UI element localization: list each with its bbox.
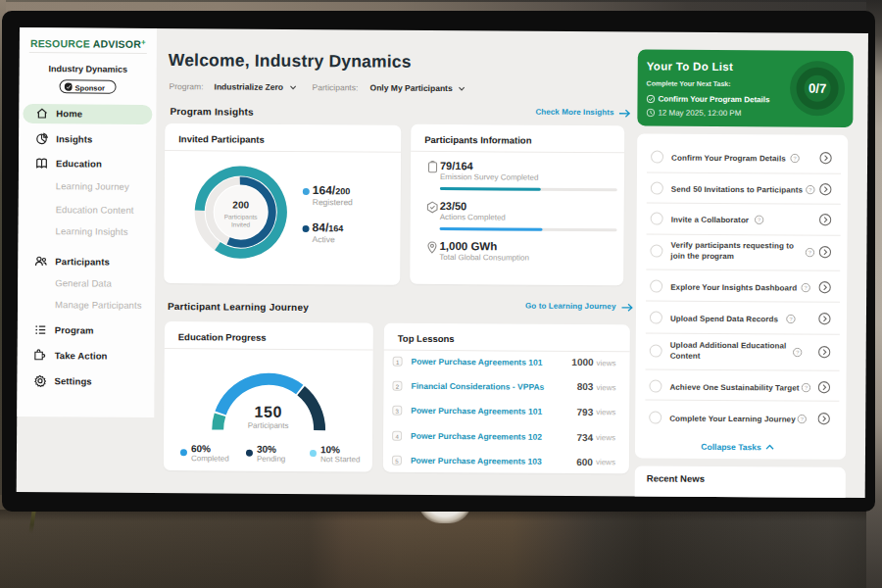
svg-text:?: ? — [758, 217, 760, 222]
svg-text:?: ? — [805, 384, 808, 390]
svg-text:?: ? — [796, 350, 799, 356]
svg-text:?: ? — [801, 416, 804, 421]
svg-text:?: ? — [808, 186, 811, 192]
svg-text:200: 200 — [232, 200, 249, 211]
svg-text:0/7: 0/7 — [808, 81, 826, 96]
svg-text:Invited: Invited — [231, 221, 251, 228]
svg-text:?: ? — [808, 250, 811, 256]
svg-text:?: ? — [805, 284, 808, 290]
svg-text:?: ? — [789, 316, 792, 321]
svg-text:?: ? — [794, 155, 797, 161]
svg-text:Participants: Participants — [224, 213, 259, 220]
